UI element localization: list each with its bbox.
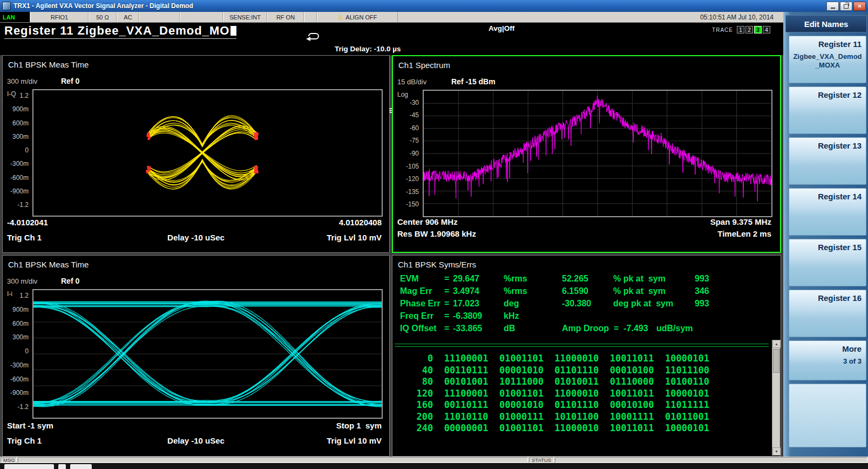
sidebar-empty-panel [789, 384, 866, 447]
softkey-label: Register 16 [818, 293, 862, 303]
softkey-register-12[interactable]: Register 12 [789, 86, 866, 134]
error-summary-table: EVM=29.647%rms52.265% pk at sym993Mag Er… [392, 274, 770, 336]
restore-button[interactable] [840, 2, 852, 11]
close-icon: × [858, 3, 861, 9]
sense-indicator: SENSE:INT [223, 12, 267, 22]
softkey-label: More [842, 344, 862, 353]
quadrant-syms-errs[interactable]: Ch1 BPSK Syms/Errs EVM=29.647%rms52.265%… [392, 255, 781, 457]
trace-box-1[interactable]: 1 [737, 26, 744, 34]
softkey-register-13[interactable]: Register 13 [789, 137, 866, 185]
y-tick: 0 [5, 146, 29, 154]
msg-panel [18, 457, 528, 463]
symbol-row: 200 11010110 01000111 10101100 10001111 … [405, 411, 709, 423]
y-tick: -135 [395, 188, 419, 196]
trace-box-2[interactable]: 2 [745, 26, 753, 34]
error-cell: = [444, 299, 449, 309]
taskbar-button[interactable] [70, 464, 92, 469]
quadrant-iq-constellation[interactable]: Ch1 BPSK Meas Time 300 m/div Ref 0 I-Q 1… [2, 55, 390, 253]
quadrant-spectrum[interactable]: Ch1 Spectrum 15 dB/div Ref -15 dBm Log -… [392, 55, 781, 253]
scroll-down-button[interactable]: ▼ [772, 447, 781, 455]
taskbar-button[interactable] [4, 464, 54, 469]
ref-level: Ref -15 dBm [451, 77, 496, 86]
y-tick: -900m [5, 389, 29, 397]
register-title-text: Register 11 Zigbee_VXA_Demod_MO [4, 24, 229, 37]
scale-per-div: 300 m/div [7, 277, 37, 285]
close-button[interactable]: × [853, 2, 866, 11]
softkey-label: Register 15 [818, 243, 862, 252]
y-tick: -120 [395, 175, 419, 183]
scale-per-div: 15 dB/div [397, 78, 426, 86]
status-spacer [180, 12, 223, 22]
trace-selector: TRACE 1234 [712, 26, 770, 34]
softkey-register-14[interactable]: Register 14 [789, 188, 866, 236]
taskbar-button[interactable] [58, 464, 66, 469]
text-cursor [230, 26, 236, 36]
span-readout: Span 9.375 MHz [710, 217, 771, 226]
status-spacer [304, 12, 317, 22]
error-cell: EVM [400, 274, 419, 284]
y-tick: 600m [5, 320, 29, 327]
error-cell: udB/sym [656, 324, 693, 333]
error-cell: Amp Droop = -7.493 [562, 324, 648, 333]
error-cell: Mag Err [400, 286, 432, 296]
taskbar-sliver [0, 463, 868, 469]
minimize-button[interactable] [826, 2, 839, 11]
constellation-plot[interactable] [32, 89, 383, 217]
y-tick: 600m [5, 119, 29, 127]
y-tick: -1.2 [5, 403, 29, 411]
restore-icon [844, 4, 849, 9]
error-cell: 6.1590 [562, 286, 588, 296]
x-axis-stop: Stop 1 sym [336, 421, 382, 430]
align-text: ALIGN OFF [345, 14, 377, 21]
error-cell: dB [504, 324, 515, 333]
spectrum-plot[interactable] [423, 90, 772, 217]
warning-icon: ⚠ [338, 14, 344, 21]
softkey-register-16[interactable]: Register 16 [789, 290, 866, 337]
y-tick: -105 [395, 163, 419, 170]
sweep-continuous-icon[interactable] [306, 31, 321, 41]
symbol-row: 160 00110111 00001010 01101110 00010100 … [405, 399, 709, 411]
y-axis-ticks: -30-45-60-75-90-105-120-135-150 [395, 90, 419, 217]
y-tick: -600m [5, 174, 29, 182]
quad-title: Ch1 BPSK Syms/Errs [398, 260, 476, 269]
register-title: Register 11 Zigbee_VXA_Demod_MO [4, 24, 236, 39]
scroll-thumb[interactable] [773, 349, 779, 373]
y-tick: -150 [395, 200, 419, 208]
y-tick: -300m [5, 361, 29, 369]
softkey-more[interactable]: More3 of 3 [789, 340, 866, 380]
error-cell: = [444, 324, 449, 333]
separator-line [395, 344, 769, 347]
symbol-scrollbar[interactable]: ▲ ▼ [772, 340, 780, 455]
error-cell: IQ Offset [400, 324, 437, 333]
y-axis-ticks: 1.2900m600m300m0-300m-600m-900m-1.2 [5, 296, 29, 407]
trig-delay-footer: Delay -10 uSec [167, 233, 225, 242]
impedance-indicator: 50 Ω [89, 12, 117, 22]
quad-title: Ch1 Spectrum [398, 61, 450, 70]
quadrant-eye-diagram[interactable]: Ch1 BPSK Meas Time 300 m/div Ref 0 I-i 1… [2, 255, 390, 457]
trig-delay-readout: Trig Delay: -10.0 µs [335, 44, 401, 54]
softkey-register-15[interactable]: Register 15 [789, 239, 866, 286]
softkey-register-11[interactable]: Register 11Zigbee_VXA_Demod_MOXA [789, 36, 866, 83]
trace-box-4[interactable]: 4 [763, 26, 770, 34]
trace-box-3[interactable]: 3 [754, 26, 762, 34]
symbol-row: 80 00101001 10111000 01010011 01110000 1… [405, 376, 709, 388]
minimize-icon [831, 8, 835, 9]
res-bw-readout: Res BW 1.90968 kHz [397, 229, 476, 238]
app-window: TRX1 - Agilent VXA Vector Signal Analyze… [0, 0, 868, 469]
y-tick: -300m [5, 160, 29, 168]
error-cell: 993 [695, 299, 709, 309]
datetime-display: 05:10:51 AM Jul 10, 2014 [700, 12, 783, 22]
scroll-up-button[interactable]: ▲ [772, 340, 781, 348]
y-tick: 300m [5, 333, 29, 341]
eye-plot[interactable] [32, 289, 383, 419]
quad-title: Ch1 BPSK Meas Time [8, 60, 89, 69]
trig-source-footer: Trig Ch 1 [7, 436, 42, 445]
error-row: Mag Err=3.4974%rms6.1590% pk at sym346 [392, 286, 770, 299]
softkey-label: Register 12 [818, 90, 862, 99]
app-icon [2, 2, 11, 10]
edit-names-button[interactable]: Edit Names [785, 15, 867, 32]
measurement-header: Register 11 Zigbee_VXA_Demod_MO Trig Del… [0, 23, 783, 55]
instrument-status-bar: LAN RFIO1 50 Ω AC SENSE:INT RF ON ⚠ ALIG… [0, 12, 783, 23]
x-axis-start: Start -1 sym [7, 421, 53, 430]
y-tick: -1.2 [5, 201, 29, 209]
